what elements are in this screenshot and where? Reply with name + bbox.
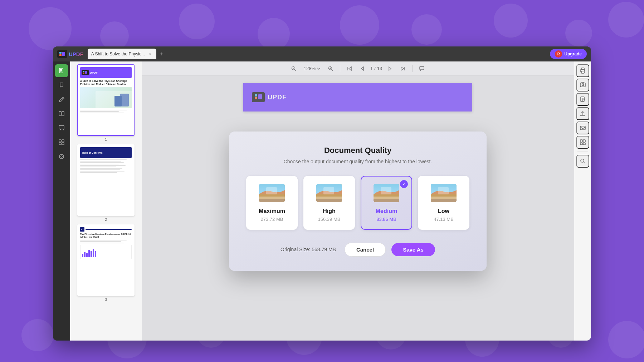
sidebar-item-edit[interactable]: [55, 93, 68, 106]
svg-rect-41: [374, 194, 399, 202]
thumbnail-1-label: 1: [105, 137, 107, 142]
tab-bar: A Shift to Solve the Physic... × +: [88, 49, 550, 59]
document-quality-dialog: Document Quality Choose the output docum…: [229, 132, 487, 271]
svg-rect-9: [59, 125, 64, 129]
export-pdf-tool[interactable]: [576, 93, 589, 106]
svg-point-15: [61, 156, 62, 157]
svg-rect-2: [62, 52, 65, 56]
svg-rect-59: [580, 143, 582, 145]
quality-card-maximum[interactable]: Maximum 273.72 MB: [246, 176, 298, 230]
svg-rect-38: [323, 187, 334, 194]
svg-rect-45: [431, 194, 457, 202]
email-tool[interactable]: [576, 122, 589, 134]
svg-rect-17: [83, 73, 84, 74]
organize-tool[interactable]: [576, 136, 589, 149]
print-tool[interactable]: [576, 64, 589, 77]
svg-rect-57: [580, 140, 582, 142]
save-as-button[interactable]: Save As: [391, 243, 435, 256]
new-tab-button[interactable]: +: [157, 50, 166, 58]
logo-text: UPDF: [69, 51, 83, 57]
tab-label: A Shift to Solve the Physic...: [91, 51, 145, 56]
thumbnail-page-2[interactable]: Table of Contents: [73, 144, 139, 222]
thumbnail-3-image: 07 The Physician Shortage Problem under …: [77, 224, 135, 296]
svg-point-53: [582, 84, 584, 86]
quality-maximum-size: 273.72 MB: [261, 217, 283, 222]
svg-rect-33: [259, 194, 285, 202]
active-tab[interactable]: A Shift to Solve the Physic... ×: [88, 49, 156, 59]
svg-rect-37: [316, 194, 342, 202]
svg-rect-7: [59, 111, 61, 116]
quality-medium-name: Medium: [376, 208, 397, 214]
right-sidebar: [574, 61, 591, 341]
quality-low-name: Low: [438, 208, 449, 214]
quality-thumb-medium: [374, 184, 399, 202]
svg-rect-43: [374, 199, 399, 202]
svg-rect-35: [259, 199, 285, 202]
pdf-area: 128% 1 / 13: [142, 61, 574, 341]
svg-point-14: [59, 154, 64, 159]
svg-rect-4: [60, 69, 62, 70]
thumbnail-page-1[interactable]: UPDF A Shift to Solve the Physician Shor…: [73, 64, 139, 142]
left-sidebar: [53, 61, 70, 341]
svg-rect-11: [62, 140, 64, 142]
screenshot-tool[interactable]: [576, 79, 589, 91]
quality-thumb-maximum: [259, 184, 285, 202]
sidebar-item-pages[interactable]: [55, 64, 68, 77]
thumbnail-1-image: UPDF A Shift to Solve the Physician Shor…: [77, 64, 135, 136]
quality-high-size: 156.39 MB: [318, 217, 341, 222]
thumbnail-2-label: 2: [105, 217, 107, 222]
thumbnail-panel: UPDF A Shift to Solve the Physician Shor…: [70, 61, 142, 341]
share-tool[interactable]: [576, 107, 589, 120]
search-tool[interactable]: [576, 155, 589, 168]
thumbnail-page-3[interactable]: 07 The Physician Shortage Problem under …: [73, 224, 139, 302]
main-area: UPDF A Shift to Solve the Physician Shor…: [53, 61, 591, 341]
app-window: UPDF A Shift to Solve the Physic... × + …: [53, 46, 591, 341]
svg-rect-39: [316, 199, 342, 202]
svg-rect-46: [438, 187, 449, 194]
quality-low-size: 47.13 MB: [434, 217, 454, 222]
svg-rect-18: [85, 71, 87, 74]
svg-rect-0: [59, 52, 62, 54]
svg-point-61: [581, 159, 584, 162]
upgrade-button[interactable]: R Upgrade: [550, 49, 587, 59]
quality-options-container: Maximum 273.72 MB: [246, 176, 469, 230]
svg-rect-10: [59, 140, 61, 142]
svg-rect-58: [583, 140, 585, 142]
logo-icon: [57, 50, 67, 58]
svg-rect-5: [60, 70, 62, 71]
svg-rect-1: [59, 54, 62, 56]
svg-rect-50: [581, 71, 584, 73]
svg-rect-13: [62, 143, 64, 145]
svg-rect-60: [583, 143, 585, 145]
app-logo: UPDF: [57, 50, 83, 58]
sidebar-item-bookmark[interactable]: [55, 79, 68, 91]
quality-card-high[interactable]: High 156.39 MB: [303, 176, 355, 230]
user-avatar: R: [555, 50, 562, 58]
sidebar-item-organize[interactable]: [55, 136, 68, 149]
svg-rect-16: [83, 71, 84, 72]
quality-thumb-low: [431, 184, 457, 202]
dialog-subtitle: Choose the output document quality from …: [246, 159, 469, 164]
quality-card-medium[interactable]: ✓: [361, 176, 412, 230]
quality-high-name: High: [323, 208, 336, 214]
dialog-overlay: Document Quality Choose the output docum…: [142, 61, 574, 341]
selected-check-badge: ✓: [400, 180, 408, 188]
sidebar-item-reader[interactable]: [55, 107, 68, 120]
svg-point-51: [584, 70, 585, 71]
quality-card-low[interactable]: Low 47.13 MB: [418, 176, 469, 230]
upgrade-label: Upgrade: [564, 51, 582, 56]
svg-rect-49: [581, 68, 584, 70]
svg-line-62: [584, 162, 585, 164]
thumbnail-3-label: 3: [105, 297, 107, 302]
dialog-footer: Original Size: 568.79 MB Cancel Save As: [246, 243, 469, 257]
svg-rect-56: [580, 126, 585, 130]
quality-medium-size: 83.86 MB: [376, 217, 396, 222]
sidebar-item-tools[interactable]: [55, 150, 68, 163]
svg-rect-8: [62, 111, 64, 116]
original-size-text: Original Size: 568.79 MB: [280, 247, 336, 252]
cancel-button[interactable]: Cancel: [345, 243, 386, 257]
quality-maximum-name: Maximum: [259, 208, 285, 214]
tab-close-button[interactable]: ×: [148, 51, 153, 56]
svg-rect-34: [266, 187, 277, 194]
sidebar-item-annotations[interactable]: [55, 122, 68, 134]
